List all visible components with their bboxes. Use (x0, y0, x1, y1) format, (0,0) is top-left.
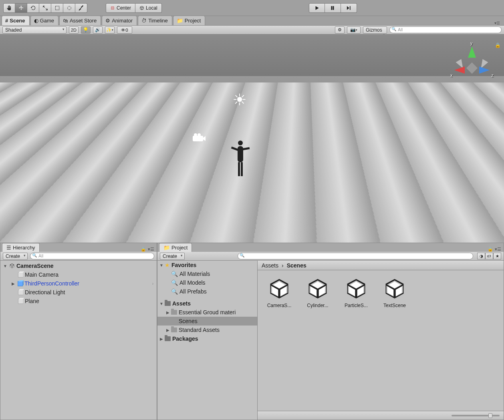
fold-icon[interactable]: ▶ (159, 337, 164, 341)
folder-icon (165, 336, 171, 341)
rotate-tool[interactable] (27, 3, 39, 13)
camera-gizmo[interactable] (192, 133, 207, 144)
transform-tool[interactable] (63, 3, 75, 13)
axis-y-label: y (470, 41, 473, 46)
packages-root[interactable]: ▶ Packages (157, 334, 257, 343)
scene-name: CameraScene (16, 263, 54, 269)
shading-mode-dropdown[interactable]: Shaded (2, 26, 67, 34)
hierarchy-item[interactable]: Plane (0, 297, 157, 305)
asset-item[interactable]: ParticleS... (341, 277, 371, 308)
character-visual[interactable] (234, 141, 246, 177)
rect-tool[interactable] (51, 3, 63, 13)
fold-icon[interactable]: ▶ (165, 310, 170, 315)
thumbnail-size-slider[interactable] (452, 415, 500, 416)
play-button[interactable] (309, 3, 325, 13)
unity-scene-icon (9, 263, 15, 269)
folder-icon (171, 310, 177, 315)
hierarchy-toolbar: Create All (0, 252, 157, 261)
store-tab-icon: 🛍 (63, 18, 68, 24)
scene-search[interactable]: All (389, 26, 502, 33)
panel-lock-icon[interactable]: 🔒 (141, 247, 146, 252)
directional-light-gizmo[interactable]: ☀ (232, 90, 247, 109)
tab-asset-store[interactable]: 🛍Asset Store (59, 16, 101, 25)
asset-item[interactable]: CameraS... (264, 277, 294, 308)
scene-camera[interactable]: 📷▾ (347, 26, 361, 34)
project-tab[interactable]: 📁Project (159, 243, 192, 252)
game-tab-icon: ◐ (34, 18, 38, 24)
custom-tool[interactable] (75, 3, 87, 13)
tab-project[interactable]: 📁Project (173, 16, 205, 25)
fold-icon[interactable]: ▼ (3, 264, 8, 268)
toggle-audio[interactable]: 🔊 (93, 26, 103, 34)
fold-icon[interactable]: ▶ (165, 328, 170, 332)
asset-folder[interactable]: ▶Essential Groud materi (157, 308, 257, 317)
step-button[interactable] (341, 3, 357, 13)
project-body: ▼ ★ Favorites 🔍All Materials 🔍All Models… (157, 261, 504, 420)
asset-item[interactable]: Cylinder... (302, 277, 333, 308)
hidden-objects[interactable]: 👁0 (117, 26, 132, 34)
item-label: All Materials (179, 271, 210, 277)
tab-game[interactable]: ◐Game (30, 16, 58, 25)
fold-icon[interactable]: ▶ (11, 281, 16, 286)
scale-tool[interactable] (39, 3, 51, 13)
favorite-item[interactable]: 🔍All Prefabs (157, 287, 257, 296)
toggle-fx[interactable]: ✨▾ (105, 26, 115, 34)
breadcrumb-root[interactable]: Assets (262, 262, 278, 269)
axis-x-label: x (450, 73, 453, 78)
favorite-item[interactable]: 🔍All Models (157, 278, 257, 287)
tab-context-menu[interactable]: ▾☰ (494, 21, 502, 25)
hierarchy-search[interactable]: All (30, 253, 154, 259)
favorites-root[interactable]: ▼ ★ Favorites (157, 261, 257, 269)
assets-root[interactable]: ▼ Assets (157, 299, 257, 308)
chevron-right-icon[interactable]: › (152, 281, 153, 286)
space-toggle[interactable]: Local (135, 3, 162, 13)
orientation-gizmo[interactable]: y x z (452, 42, 492, 86)
item-label: Main Camera (25, 271, 58, 278)
asset-item[interactable]: TextScene (379, 277, 410, 308)
tab-scene[interactable]: #Scene (2, 16, 30, 25)
gizmos-dropdown[interactable]: Gizmos (363, 26, 387, 34)
scene-settings[interactable]: ⚙ (335, 26, 345, 34)
breadcrumb-current[interactable]: Scenes (287, 262, 306, 269)
svg-point-5 (198, 133, 201, 137)
hierarchy-create-dropdown[interactable]: Create (3, 253, 28, 260)
fold-icon[interactable]: ▼ (159, 263, 164, 267)
project-tab-icon: 📁 (177, 18, 183, 24)
toggle-2d[interactable]: 2D (69, 26, 79, 34)
tab-animator[interactable]: ⚙Animator (102, 16, 137, 25)
item-label: ThirdPersonController (24, 280, 79, 287)
tab-timeline[interactable]: ⏱Timeline (138, 16, 172, 25)
folder-icon (171, 328, 177, 332)
scene-toolbar: Shaded 2D 💡 🔊 ✨▾ 👁0 ⚙ 📷▾ Gizmos All (0, 26, 504, 34)
star-icon: ★ (165, 262, 170, 268)
panel-context-icon[interactable]: ▾☰ (495, 247, 501, 252)
scene-root[interactable]: ▼ CameraScene (0, 261, 157, 270)
panel-lock-icon[interactable]: 🔒 (488, 247, 493, 252)
filter-by-label[interactable]: 🏷 (485, 253, 493, 259)
pivot-toggle[interactable]: Center (106, 3, 135, 13)
asset-folder[interactable]: Scenes (157, 317, 257, 326)
hand-tool[interactable] (3, 3, 15, 13)
move-tool[interactable] (15, 3, 27, 13)
hierarchy-item[interactable]: ▶ ThirdPersonController › (0, 279, 157, 288)
fold-icon[interactable]: ▼ (159, 301, 164, 306)
hierarchy-tab[interactable]: ☰Hierarchy (2, 243, 40, 252)
search-icon: 🔍 (171, 288, 178, 295)
pause-button[interactable] (325, 3, 341, 13)
project-tabrow: 📁Project 🔒▾☰ (157, 243, 504, 252)
scene-tab-icon: # (5, 18, 8, 24)
hierarchy-item[interactable]: Main Camera (0, 270, 157, 279)
filter-by-type[interactable]: ◑ (477, 253, 485, 259)
gizmo-lock-icon[interactable]: 🔒 (495, 42, 501, 48)
asset-label: Cylinder... (302, 303, 333, 308)
project-search[interactable] (238, 253, 473, 259)
project-create-dropdown[interactable]: Create (160, 253, 185, 260)
panel-context-icon[interactable]: ▾☰ (148, 247, 154, 252)
hierarchy-item[interactable]: Directional Light (0, 288, 157, 297)
unity-scene-icon (306, 277, 330, 301)
asset-folder[interactable]: ▶Standard Assets (157, 326, 257, 334)
favorite-item[interactable]: 🔍All Materials (157, 269, 257, 278)
scene-viewport[interactable]: ☀ 🔒 y x z (0, 34, 504, 243)
save-search[interactable]: ★ (493, 253, 501, 259)
toggle-lighting[interactable]: 💡 (81, 26, 91, 34)
